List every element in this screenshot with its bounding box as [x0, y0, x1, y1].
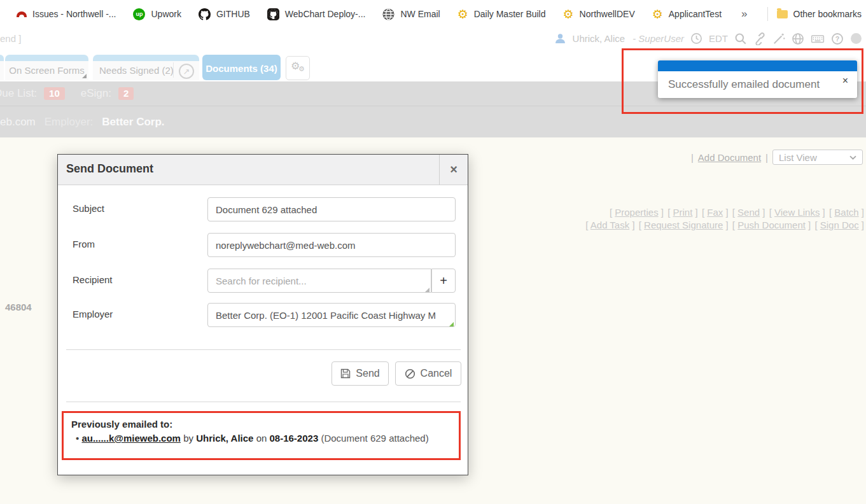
history-sender: Uhrick, Alice: [196, 433, 253, 444]
user-role: - SuperUser: [632, 33, 684, 44]
resize-handle-icon[interactable]: [425, 288, 430, 292]
add-recipient-button[interactable]: +: [431, 269, 456, 293]
other-bookmarks[interactable]: Other bookmarks: [777, 9, 862, 19]
due-list-label: Due List:: [0, 87, 37, 100]
employer-input[interactable]: [207, 303, 456, 327]
bookmark-webchart-deploy[interactable]: WebChart Deploy-...: [267, 8, 366, 20]
bullet: •: [76, 433, 79, 444]
modal-close-button[interactable]: ×: [439, 155, 468, 185]
view-select-value: List View: [779, 152, 817, 163]
bookmark-daily-master-build[interactable]: ⚙ Daily Master Build: [457, 8, 546, 20]
add-task-link[interactable]: Add Task: [590, 220, 629, 230]
bookmarks-overflow-chevron[interactable]: »: [739, 8, 750, 20]
clock-icon[interactable]: [690, 32, 702, 45]
help-icon[interactable]: ?: [831, 32, 844, 45]
link-icon[interactable]: [753, 32, 766, 45]
upwork-icon: up: [133, 8, 145, 20]
bookmark-nw-email[interactable]: NW Email: [382, 8, 440, 20]
employer-label: Employer: [73, 309, 113, 319]
esign-badge[interactable]: 2: [118, 87, 134, 100]
tab-settings-button[interactable]: ⚙ ⚙: [286, 56, 310, 80]
esign-label: eSign:: [81, 87, 111, 100]
send-link[interactable]: Send: [737, 207, 760, 218]
bookmark-issues-northwell[interactable]: Issues - Northwell -...: [17, 9, 116, 19]
properties-link[interactable]: Properties: [615, 207, 658, 218]
send-button[interactable]: Send: [332, 361, 389, 386]
toast-message: Successfully emailed document: [668, 78, 820, 91]
bookmark-label: Daily Master Build: [474, 9, 546, 19]
fax-link[interactable]: Fax: [707, 207, 723, 218]
view-links-link[interactable]: View Links: [774, 207, 820, 218]
github-icon: [199, 8, 211, 20]
tab-documents[interactable]: Documents (34): [202, 55, 281, 80]
tab-label: On Screen Forms: [5, 65, 88, 76]
keyboard-icon[interactable]: [811, 32, 825, 45]
bookmarks-bar: Issues - Northwell -... up Upwork GITHUB…: [0, 0, 866, 29]
search-icon[interactable]: [734, 32, 747, 45]
previously-emailed-entry: • au......k@mieweb.com by Uhrick, Alice …: [71, 433, 451, 444]
modal-header[interactable]: Send Document ×: [58, 155, 468, 185]
sign-doc-link[interactable]: Sign Doc: [820, 220, 859, 230]
bookmark-label: Upwork: [151, 9, 181, 19]
push-document-link[interactable]: Push Document: [737, 220, 806, 230]
bookmark-northwelldev[interactable]: ⚙ NorthwellDEV: [563, 8, 635, 20]
add-document-link[interactable]: Add Document: [698, 152, 761, 163]
document-action-links: [ Properties ] [ Print ] [ Fax ] [ Send …: [584, 206, 864, 232]
view-select[interactable]: List View: [772, 150, 863, 165]
zip-code-fragment: 46804: [5, 302, 32, 312]
globe-icon[interactable]: [792, 32, 804, 45]
github-box-icon: [267, 8, 279, 20]
save-icon: [340, 368, 351, 379]
document-toolbar: | Add Document | List View: [691, 150, 863, 165]
previously-emailed-box: Previously emailed to: • au......k@miewe…: [62, 411, 461, 460]
tab-label: Needs Signed (2): [99, 65, 170, 76]
toast-close-icon[interactable]: ×: [842, 75, 848, 87]
bookmark-github[interactable]: GITHUB: [199, 8, 250, 20]
print-link[interactable]: Print: [673, 207, 693, 218]
due-list-badge[interactable]: 10: [44, 87, 65, 100]
chevron-down-icon: [849, 155, 856, 160]
toast-header-bar: [658, 60, 857, 71]
sign-jump-icon[interactable]: ↗: [179, 64, 194, 79]
header-left-fragment: end ]: [0, 33, 21, 44]
separator: |: [691, 152, 694, 163]
timezone-label: EDT: [709, 33, 728, 44]
tab-separator: [173, 62, 174, 78]
send-document-modal: Send Document × Subject From Recipient +…: [57, 154, 468, 475]
bookmark-upwork[interactable]: up Upwork: [133, 8, 181, 20]
globe-icon: [382, 8, 395, 20]
redmine-icon: [17, 11, 27, 17]
divider: [66, 349, 461, 350]
gear-icon: ⚙: [563, 8, 574, 20]
from-input[interactable]: [207, 233, 456, 257]
tab-dropdown-corner-icon: [82, 74, 87, 78]
divider: [66, 402, 461, 402]
bookmark-label: ApplicantTest: [669, 9, 722, 19]
app-header: end ] Uhrick, Alice - SuperUser EDT: [0, 28, 866, 50]
batch-link[interactable]: Batch: [834, 207, 858, 218]
resize-handle-icon[interactable]: [449, 322, 454, 326]
gear-icon: ⚙: [652, 8, 663, 20]
tab-on-screen-forms[interactable]: On Screen Forms: [5, 55, 88, 80]
previously-emailed-heading: Previously emailed to:: [71, 419, 451, 430]
history-note: (Document 629 attached): [321, 433, 428, 444]
patient-email-fragment: eb.com: [0, 116, 36, 129]
bookmarks-divider: [767, 7, 768, 21]
action-links-row-2: [ Add Task ] [ Request Signature ] [ Pus…: [584, 219, 864, 232]
history-email-link[interactable]: au......k@mieweb.com: [81, 433, 181, 444]
cancel-button[interactable]: Cancel: [395, 361, 461, 386]
employer-label: Employer:: [45, 116, 94, 129]
cancel-icon: [405, 368, 416, 379]
bookmark-applicanttest[interactable]: ⚙ ApplicantTest: [652, 8, 722, 20]
screen: Issues - Northwell -... up Upwork GITHUB…: [0, 0, 866, 504]
folder-icon: [777, 10, 788, 18]
request-signature-link[interactable]: Request Signature: [644, 220, 723, 230]
subject-input[interactable]: [207, 197, 456, 221]
recipient-input[interactable]: [207, 269, 431, 293]
wand-icon[interactable]: [772, 32, 785, 45]
history-date: 08-16-2023: [270, 433, 319, 444]
tab-needs-signed[interactable]: Needs Signed (2) ↗: [93, 55, 199, 80]
bookmark-label: NW Email: [400, 9, 440, 19]
user-name[interactable]: Uhrick, Alice: [573, 33, 625, 44]
svg-text:?: ?: [835, 34, 839, 42]
